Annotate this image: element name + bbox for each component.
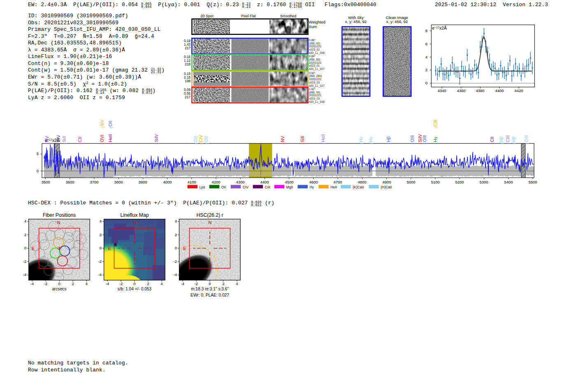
svg-text:{ SiII: { SiII bbox=[300, 136, 305, 144]
svg-text:{ Hγ: { Hγ bbox=[368, 137, 373, 144]
svg-text:{ HeII: { HeII bbox=[321, 134, 325, 144]
svg-text:{ CII: { CII bbox=[77, 137, 82, 144]
svg-text:{ Hβ: { Hβ bbox=[499, 137, 504, 144]
svg-text:{ SiII: { SiII bbox=[62, 136, 67, 144]
svg-text:{ HeII: { HeII bbox=[108, 134, 113, 144]
svg-text:Lyα: Lyα bbox=[200, 185, 205, 189]
svg-text:CIII: CIII bbox=[265, 185, 270, 189]
svg-text:{ CIV: { CIV bbox=[198, 135, 203, 144]
svg-text:Hγ: Hγ bbox=[309, 185, 314, 189]
svg-text:{ OIII: { OIII bbox=[422, 135, 427, 144]
svg-text:{ CIII: { CIII bbox=[505, 135, 510, 144]
svg-text:{ OVI: { OVI bbox=[100, 135, 105, 144]
svg-text:HeII: HeII bbox=[330, 185, 337, 189]
svg-text:{ OIII: { OIII bbox=[524, 135, 529, 144]
svg-text:{ OII: { OII bbox=[204, 136, 209, 144]
svg-text:{ CII: { CII bbox=[490, 137, 495, 144]
svg-text:(K)CaII: (K)CaII bbox=[353, 185, 364, 189]
svg-text:{ Hγ: { Hγ bbox=[358, 137, 363, 144]
svg-text:CIV: CIV bbox=[243, 185, 249, 189]
svg-text:{ Hγ: { Hγ bbox=[433, 137, 438, 144]
svg-text:{ OIII: { OIII bbox=[410, 135, 415, 144]
svg-text:OII: OII bbox=[221, 185, 226, 189]
svg-text:{ SiIV: { SiIV bbox=[154, 134, 159, 144]
svg-text:{ Hβ: { Hβ bbox=[386, 137, 391, 144]
svg-text:{ OII: { OII bbox=[108, 121, 113, 128]
svg-text:{ Hβ: { Hβ bbox=[511, 137, 516, 144]
svg-text:(H)CaII: (H)CaII bbox=[381, 185, 392, 189]
svg-text:{ OII: { OII bbox=[193, 136, 198, 144]
svg-text:{ CIII: { CIII bbox=[433, 120, 438, 128]
svg-text:{ NV: { NV bbox=[280, 136, 285, 144]
svg-text:MgII: MgII bbox=[286, 185, 293, 189]
svg-text:{ SiV: { SiV bbox=[100, 120, 105, 128]
